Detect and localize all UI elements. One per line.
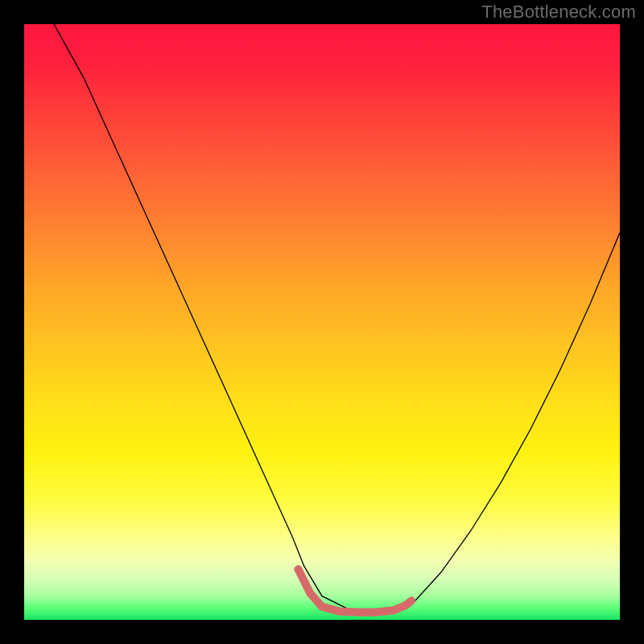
trough-highlight — [298, 569, 411, 612]
chart-frame: TheBottleneck.com — [0, 0, 644, 644]
bottleneck-curve — [54, 24, 620, 613]
watermark-text: TheBottleneck.com — [481, 2, 636, 23]
plot-area — [24, 24, 620, 620]
curve-layer — [24, 24, 620, 620]
